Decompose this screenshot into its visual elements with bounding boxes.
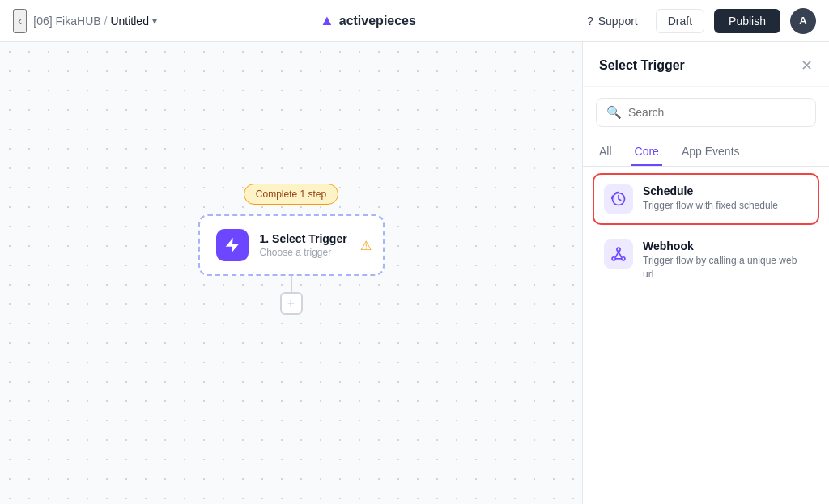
svg-point-3 [617,248,620,251]
warning-icon: ⚠ [360,237,372,252]
canvas-content: Complete 1 step 1. Select Trigger Choose… [0,42,582,504]
svg-point-1 [612,257,615,260]
panel-header: Select Trigger ✕ [583,42,829,87]
svg-point-2 [622,257,625,260]
app-name: activepieces [339,14,416,28]
publish-button[interactable]: Publish [714,9,780,33]
trigger-card-subtitle: Choose a trigger [260,247,367,258]
tab-app-events[interactable]: App Events [678,138,743,166]
breadcrumb-separator: / [104,15,108,28]
webhook-description: Trigger flow by calling a unique web url [643,254,808,282]
header-left: ‹ [06] FikaHUB / Untitled ▾ [13,9,157,33]
webhook-title: Webhook [643,239,808,252]
webhook-icon-wrap [604,239,633,269]
canvas[interactable]: Complete 1 step 1. Select Trigger Choose… [0,42,582,504]
draft-button[interactable]: Draft [656,9,704,33]
trigger-card-title: 1. Select Trigger [260,232,367,245]
support-icon: ? [587,15,593,28]
schedule-description: Trigger flow with fixed schedule [643,199,808,213]
lightning-icon [223,236,241,254]
back-button[interactable]: ‹ [13,9,27,33]
header-center: ▲ activepieces [320,12,416,29]
trigger-card-icon [216,229,249,261]
webhook-icon [610,246,627,262]
schedule-icon-wrap [604,184,633,214]
main: Complete 1 step 1. Select Trigger Choose… [0,42,829,504]
webhook-info: Webhook Trigger flow by calling a unique… [643,239,808,282]
flow-container: Complete 1 step 1. Select Trigger Choose… [198,184,385,315]
schedule-icon [610,191,627,207]
trigger-item-schedule[interactable]: Schedule Trigger flow with fixed schedul… [593,173,819,225]
complete-step-badge: Complete 1 step [244,184,338,205]
tab-all[interactable]: All [596,138,615,166]
trigger-card[interactable]: 1. Select Trigger Choose a trigger ⚠ [198,214,385,276]
schedule-title: Schedule [643,184,808,197]
logo-icon: ▲ [320,12,334,29]
trigger-card-info: 1. Select Trigger Choose a trigger [260,232,367,258]
avatar[interactable]: A [790,8,816,34]
schedule-info: Schedule Trigger flow with fixed schedul… [643,184,808,213]
connector-line [291,276,292,292]
search-input[interactable] [628,106,806,119]
tabs: All Core App Events [583,135,829,167]
chevron-down-icon: ▾ [152,15,157,27]
breadcrumb-project: [06] FikaHUB [33,15,100,28]
breadcrumb: [06] FikaHUB / Untitled ▾ [33,15,157,28]
search-icon: 🔍 [606,105,622,120]
right-panel: Select Trigger ✕ 🔍 All Core App Events [582,42,829,504]
header-right: ? Support Draft Publish A [579,8,816,34]
breadcrumb-current[interactable]: Untitled ▾ [110,15,156,28]
search-box: 🔍 [596,98,816,127]
panel-close-button[interactable]: ✕ [801,57,813,74]
trigger-item-webhook[interactable]: Webhook Trigger flow by calling a unique… [593,228,819,293]
trigger-list: Schedule Trigger flow with fixed schedul… [583,167,829,504]
add-step-button[interactable]: + [280,292,303,315]
panel-title: Select Trigger [599,58,685,73]
connector: + [280,276,303,315]
flow-name-label: Untitled [110,15,148,28]
search-section: 🔍 [583,87,829,135]
header: ‹ [06] FikaHUB / Untitled ▾ ▲ activepiec… [0,0,829,42]
support-button[interactable]: ? Support [579,10,646,32]
tab-core[interactable]: Core [631,138,662,166]
